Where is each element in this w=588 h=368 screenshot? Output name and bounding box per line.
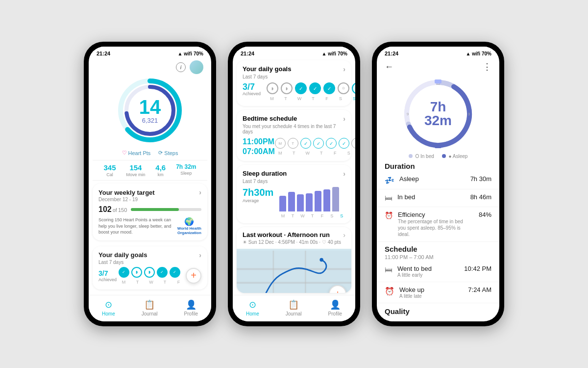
sleep-stages-row: 📊 Sleep stages i (377, 316, 499, 321)
phone-1-content: i 14 6,321 (89, 58, 211, 295)
status-icons-3: ▲ wifi 70% (466, 51, 491, 56)
weekly-dots: ◗ ◗ ✓ ✓ ✓ ⊙ S (267, 82, 355, 94)
chevron-right-icon-5: › (343, 170, 345, 178)
avatar[interactable] (190, 60, 203, 74)
efficiency-label-block: Efficiency The percentage of time in bed… (398, 211, 466, 237)
status-bar-3: 21:24 ▲ wifi 70% (377, 47, 499, 58)
metric-km: 4,6 km (155, 163, 166, 177)
phone-3: 21:24 ▲ wifi 70% ← ⋮ (372, 42, 504, 326)
svg-point-11 (319, 258, 323, 262)
svg-rect-20 (435, 79, 441, 83)
schedule-title: Schedule 11:00 PM – 7:00 AM (377, 242, 499, 261)
inbed-left: 🛏 In bed (385, 193, 415, 203)
nav-profile-1[interactable]: 👤 Profile (184, 299, 198, 316)
bd-t2: ✓ (313, 138, 324, 149)
w-dot-t2: ✓ (309, 82, 321, 94)
went-to-bed-label-block: Went to bed A little early (397, 265, 432, 278)
bottom-nav-2: ⊙ Home 📋 Journal 👤 Profile (233, 295, 355, 321)
daily-goals-title-2: Your daily goals › (243, 65, 345, 73)
chevron-right-icon-4: › (343, 115, 345, 123)
efficiency-row: ⏰ Efficiency The percentage of time in b… (377, 207, 499, 242)
bd-t: T (288, 138, 298, 149)
woke-up-label-block: Woke up A little late (399, 286, 424, 299)
status-icons-2: ▲ wifi 70% (321, 51, 347, 56)
sleep-duration-title: Sleep duration › (243, 170, 345, 178)
clock-legend: O In bed ● Asleep (377, 154, 499, 159)
bd-f: ✓ (326, 138, 337, 149)
heart-ring: 14 6,321 (116, 76, 184, 145)
signal-icon-3: ▲ (466, 51, 470, 56)
nav-journal-2[interactable]: 📋 Journal (286, 299, 302, 316)
w-dot-w: ✓ (295, 82, 307, 94)
bottom-nav-1: ⊙ Home 📋 Journal 👤 Profile (89, 295, 211, 321)
bar-chart-icon: 📊 (385, 320, 394, 321)
nav-home-2[interactable]: ⊙ Home (246, 299, 259, 316)
weekly-goal-dots: ◗ ◗ ✓ ✓ ✓ ⊙ S M T W (267, 82, 355, 101)
wifi-icon: wifi (184, 51, 192, 56)
profile-icon-2: 👤 (330, 299, 341, 310)
stats-labels: ♡ Heart Pts ⟳ Steps (89, 149, 211, 157)
profile-icon: 👤 (186, 299, 196, 310)
in-bed-dot (409, 154, 413, 158)
bar-f (315, 191, 321, 212)
signal-icon: ▲ (177, 51, 182, 56)
signal-icon-2: ▲ (321, 51, 326, 56)
w-dot-s2: S (352, 82, 355, 94)
sleep-icon: 💤 (385, 176, 394, 185)
p3-header: ← ⋮ (377, 58, 499, 73)
add-goal-button[interactable]: + (186, 268, 201, 284)
bedtime-title: Bedtime schedule › (243, 115, 345, 123)
daily-goals-row: 3/7 Achieved ✓ ◗ ◗ ✓ ✓ (98, 267, 201, 285)
time-2: 21:24 (241, 51, 254, 56)
achieved-block-2: 3/7 Achieved (243, 82, 261, 96)
bar-s (323, 189, 330, 211)
map-area: + (237, 249, 351, 293)
phone-3-content: ← ⋮ (377, 58, 499, 321)
woke-up-left: ⏰ Woke up A little late (385, 286, 424, 299)
back-icon[interactable]: ← (385, 62, 393, 72)
metric-move: 154 Move min (126, 163, 145, 177)
time-1: 21:24 (97, 51, 110, 56)
progress-fill (131, 208, 179, 211)
status-icons-1: ▲ wifi 70% (177, 51, 203, 56)
goal-dots-section: ✓ ◗ ◗ ✓ ✓ M T W T F (119, 267, 184, 285)
progress-row: 102 of 150 (98, 205, 201, 214)
metrics-row: 345 Cal 154 Move min 4,6 km 7h 32m Sleep (93, 160, 207, 181)
goal-dot-t2: ✓ (157, 267, 168, 278)
nav-profile-2[interactable]: 👤 Profile (328, 299, 342, 316)
bed-icon: 🛏 (385, 194, 392, 203)
bar-w (297, 194, 304, 211)
schedule-time-range: 11:00 PM – 7:00 AM (385, 254, 491, 260)
in-bed-legend: O In bed (409, 154, 434, 159)
journal-icon-2: 📋 (288, 299, 299, 310)
bar-m (279, 196, 286, 212)
bar-t2 (306, 193, 313, 212)
info-icon[interactable]: i (176, 62, 186, 72)
time-3: 21:24 (385, 51, 398, 56)
bedtime-section: Bedtime schedule › You met your schedule… (237, 110, 351, 161)
nav-journal-1[interactable]: 📋 Journal (142, 299, 158, 316)
goal-dot-t: ◗ (131, 267, 142, 278)
phone-2-content: Your daily goals › Last 7 days 3/7 Achie… (233, 58, 355, 295)
inbed-label-block: In bed (397, 193, 415, 201)
heart-pts-label: ♡ Heart Pts (122, 150, 151, 156)
phone-2: 21:24 ▲ wifi 70% Your daily goals › Last… (228, 42, 360, 326)
asleep-row: 💤 Asleep 7h 30m (377, 171, 499, 189)
sleep-stages-left: 📊 Sleep stages (385, 320, 436, 321)
who-badge: 🌍 World HealthOrganization (177, 217, 201, 235)
nav-home-1[interactable]: ⊙ Home (102, 299, 115, 316)
duration-title: Duration (377, 159, 499, 171)
more-icon[interactable]: ⋮ (483, 61, 491, 72)
status-bar-2: 21:24 ▲ wifi 70% (233, 47, 355, 58)
info-icon-quality[interactable]: i (483, 321, 491, 322)
phone-1-screen: 21:24 ▲ wifi 70% i (89, 47, 211, 321)
w-dot-m: ◗ (267, 82, 278, 94)
phones-container: 21:24 ▲ wifi 70% i (74, 32, 514, 336)
quality-title: Quality (377, 303, 499, 316)
phone-2-screen: 21:24 ▲ wifi 70% Your daily goals › Last… (233, 47, 355, 321)
heart-icon: ♡ (122, 150, 127, 156)
woke-up-row: ⏰ Woke up A little late 7:24 AM (377, 282, 499, 303)
battery-1: 70% (194, 51, 203, 56)
bd-s: ✓ (339, 138, 349, 149)
sleep-duration-section: Sleep duration › Last 7 days 7h30m Avera… (237, 165, 351, 223)
